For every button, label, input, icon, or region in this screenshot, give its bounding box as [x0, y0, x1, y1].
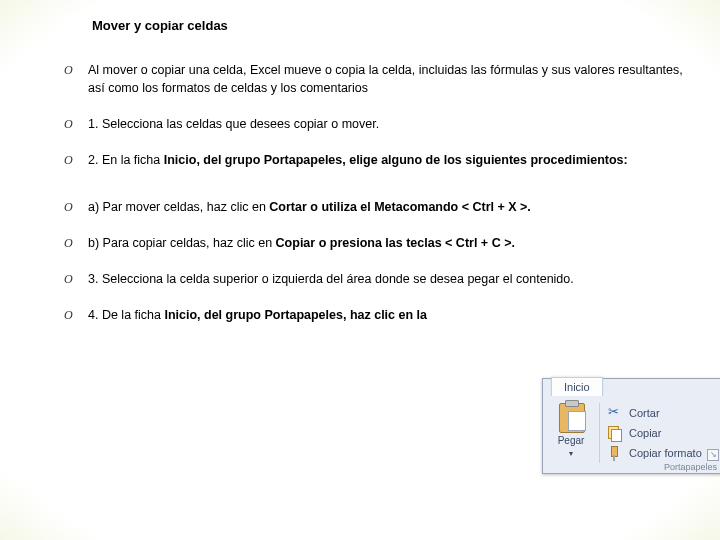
- group-label: Portapapeles: [664, 462, 717, 472]
- bullet-item: Al mover o copiar una celda, Excel mueve…: [60, 61, 690, 97]
- chevron-down-icon[interactable]: ▾: [569, 449, 573, 458]
- scissors-icon: [608, 406, 623, 421]
- paste-label: Pegar: [549, 435, 593, 446]
- tab-inicio[interactable]: Inicio: [551, 377, 603, 396]
- paste-icon: [556, 403, 586, 433]
- copy-icon: [608, 426, 623, 441]
- copy-button[interactable]: Copiar: [608, 423, 717, 443]
- bullet-item: a) Par mover celdas, haz clic en Cortar …: [60, 198, 690, 216]
- paste-button[interactable]: Pegar ▾: [549, 403, 600, 463]
- brush-icon: [608, 446, 623, 461]
- ribbon-clipboard-group: Inicio Pegar ▾ Cortar Copiar Copiar form…: [542, 378, 720, 474]
- dialog-launcher-icon[interactable]: ↘: [707, 449, 719, 461]
- cut-button[interactable]: Cortar: [608, 403, 717, 423]
- bullet-item: 4. De la ficha Inicio, del grupo Portapa…: [60, 306, 690, 324]
- slide-title: Mover y copiar celdas: [92, 18, 690, 33]
- copy-label: Copiar: [629, 427, 661, 439]
- bullet-item: 2. En la ficha Inicio, del grupo Portapa…: [60, 151, 690, 169]
- bullet-item: b) Para copiar celdas, haz clic en Copia…: [60, 234, 690, 252]
- bullet-item: 3. Selecciona la celda superior o izquie…: [60, 270, 690, 288]
- format-painter-label: Copiar formato: [629, 447, 702, 459]
- bullet-list: Al mover o copiar una celda, Excel mueve…: [60, 61, 690, 324]
- format-painter-button[interactable]: Copiar formato: [608, 443, 717, 463]
- cut-label: Cortar: [629, 407, 660, 419]
- bullet-item: 1. Selecciona las celdas que desees copi…: [60, 115, 690, 133]
